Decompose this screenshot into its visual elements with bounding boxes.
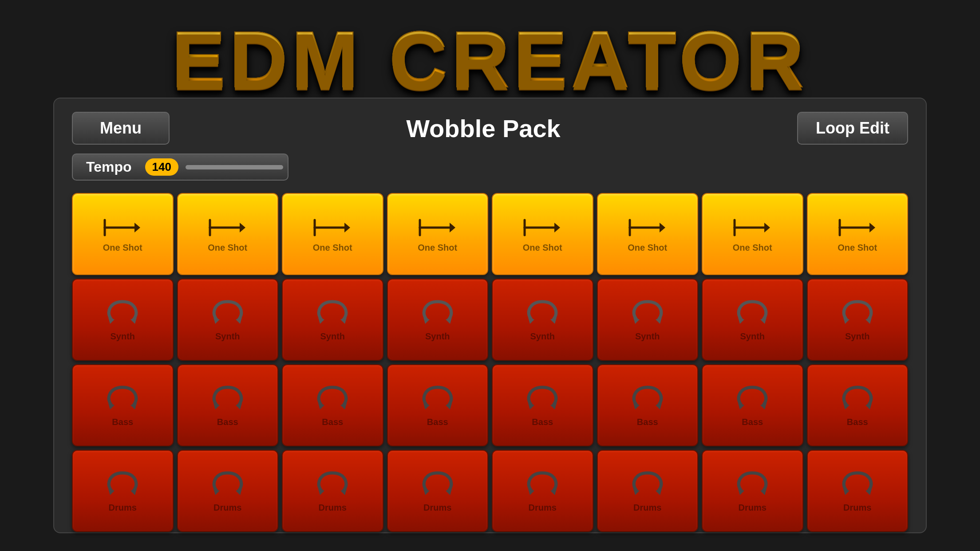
svg-marker-37: [318, 318, 324, 324]
loop-icon-drums-2: [210, 469, 245, 500]
pad-synth-1[interactable]: Synth: [72, 279, 174, 361]
svg-marker-50: [236, 403, 242, 409]
svg-marker-71: [423, 489, 430, 495]
svg-marker-65: [108, 489, 115, 495]
pad-drums-7[interactable]: Drums: [702, 450, 803, 532]
pack-name: Wobble Pack: [170, 114, 797, 143]
loop-icon-drums-4: [420, 469, 455, 500]
svg-marker-43: [633, 318, 640, 324]
drums-label-6: Drums: [633, 503, 661, 513]
one-shot-icon-7: [732, 216, 772, 240]
oneshot-label-3: One Shot: [313, 243, 352, 253]
one-shot-icon-5: [522, 216, 562, 240]
pad-oneshot-1[interactable]: One Shot: [72, 193, 174, 275]
svg-marker-61: [738, 403, 744, 409]
loop-icon-bass-4: [420, 384, 455, 414]
svg-marker-60: [760, 403, 767, 409]
synth-label-2: Synth: [215, 331, 240, 342]
pad-bass-4[interactable]: Bass: [387, 364, 489, 446]
svg-marker-63: [843, 403, 850, 409]
pad-oneshot-3[interactable]: One Shot: [282, 193, 383, 275]
main-panel: Menu Wobble Pack Loop Edit Tempo 140: [53, 98, 927, 533]
drums-label-3: Drums: [319, 503, 347, 513]
svg-marker-79: [843, 489, 850, 495]
pad-drums-6[interactable]: Drums: [597, 450, 699, 532]
pad-drums-5[interactable]: Drums: [492, 450, 593, 532]
bass-label-8: Bass: [847, 417, 868, 427]
loop-icon-synth-8: [840, 298, 875, 329]
pad-bass-3[interactable]: Bass: [282, 364, 383, 446]
svg-marker-67: [213, 489, 220, 495]
svg-marker-41: [528, 318, 534, 324]
pad-oneshot-2[interactable]: One Shot: [177, 193, 279, 275]
drums-label-4: Drums: [423, 503, 451, 513]
svg-marker-46: [865, 318, 872, 324]
svg-marker-49: [108, 403, 115, 409]
pad-synth-4[interactable]: Synth: [387, 279, 489, 361]
one-shot-icon-3: [312, 216, 352, 240]
one-shot-icon: [103, 216, 142, 240]
pad-drums-3[interactable]: Drums: [282, 450, 383, 532]
oneshot-label-7: One Shot: [733, 243, 772, 253]
pad-drums-4[interactable]: Drums: [387, 450, 489, 532]
pad-synth-8[interactable]: Synth: [807, 279, 909, 361]
svg-marker-78: [865, 489, 872, 495]
pad-synth-3[interactable]: Synth: [282, 279, 383, 361]
bass-label-2: Bass: [217, 417, 238, 427]
pad-bass-2[interactable]: Bass: [177, 364, 279, 446]
loop-icon-drums-1: [105, 469, 140, 500]
svg-marker-27: [764, 223, 770, 232]
svg-marker-72: [550, 489, 557, 495]
pad-oneshot-4[interactable]: One Shot: [387, 193, 489, 275]
tempo-container: Tempo 140: [72, 153, 288, 181]
loop-icon-drums-6: [630, 469, 665, 500]
svg-marker-58: [656, 403, 662, 409]
pad-drums-1[interactable]: Drums: [72, 450, 174, 532]
loop-edit-button[interactable]: Loop Edit: [797, 112, 908, 145]
loop-icon-synth-7: [735, 298, 770, 329]
synth-label-7: Synth: [740, 331, 765, 342]
svg-marker-64: [130, 489, 137, 495]
tempo-value: 140: [145, 158, 178, 176]
pad-bass-7[interactable]: Bass: [702, 364, 803, 446]
oneshot-label-8: One Shot: [838, 243, 877, 253]
pad-bass-5[interactable]: Bass: [492, 364, 593, 446]
pad-oneshot-8[interactable]: One Shot: [807, 193, 909, 275]
tempo-row: Tempo 140: [72, 153, 908, 181]
loop-icon-bass-2: [210, 384, 245, 414]
pad-oneshot-7[interactable]: One Shot: [702, 193, 803, 275]
pad-bass-8[interactable]: Bass: [807, 364, 909, 446]
oneshot-label-1: One Shot: [103, 243, 142, 253]
svg-marker-32: [130, 318, 137, 324]
title-area: EDM CREATOR: [0, 0, 980, 114]
pad-oneshot-5[interactable]: One Shot: [492, 193, 593, 275]
pad-bass-6[interactable]: Bass: [597, 364, 699, 446]
loop-icon-bass-8: [840, 384, 875, 414]
loop-icon-synth-4: [420, 298, 455, 329]
loop-icon-synth-3: [315, 298, 350, 329]
tempo-slider[interactable]: [186, 165, 283, 169]
pad-synth-7[interactable]: Synth: [702, 279, 803, 361]
svg-marker-69: [318, 489, 324, 495]
loop-icon-synth-5: [525, 298, 560, 329]
header-row: Menu Wobble Pack Loop Edit: [72, 112, 908, 145]
svg-marker-62: [865, 403, 872, 409]
pad-synth-5[interactable]: Synth: [492, 279, 593, 361]
pad-synth-2[interactable]: Synth: [177, 279, 279, 361]
pad-synth-6[interactable]: Synth: [597, 279, 699, 361]
pad-bass-1[interactable]: Bass: [72, 364, 174, 446]
menu-button[interactable]: Menu: [72, 112, 170, 145]
loop-icon-drums-8: [840, 469, 875, 500]
synth-label-1: Synth: [110, 331, 135, 342]
pad-oneshot-6[interactable]: One Shot: [597, 193, 699, 275]
pad-drums-8[interactable]: Drums: [807, 450, 909, 532]
loop-icon-synth-6: [630, 298, 665, 329]
drums-label-1: Drums: [109, 503, 137, 513]
pad-drums-2[interactable]: Drums: [177, 450, 279, 532]
bass-label-3: Bass: [322, 417, 343, 427]
loop-icon-bass-7: [735, 384, 770, 414]
drums-row: Drums Drums Drums Drums: [72, 450, 908, 532]
bass-label-5: Bass: [532, 417, 553, 427]
synth-row: Synth Synth Synth Synth: [72, 279, 908, 361]
synth-label-5: Synth: [530, 331, 555, 342]
